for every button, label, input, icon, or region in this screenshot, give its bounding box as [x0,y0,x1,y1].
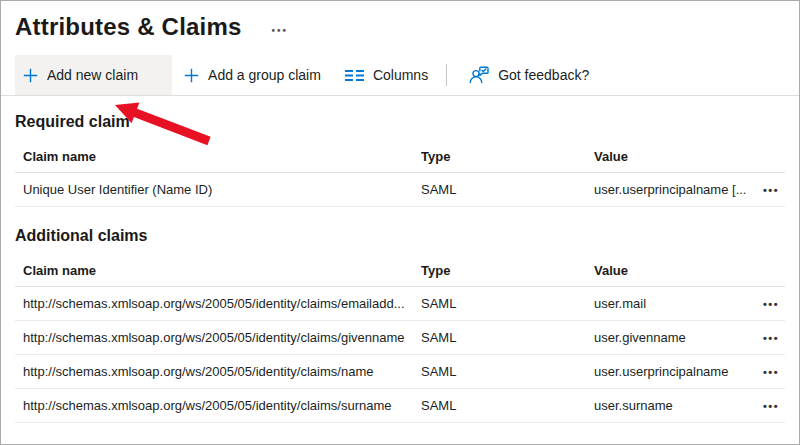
type-cell: SAML [421,296,594,311]
type-cell: SAML [421,398,594,413]
required-claims-table: Claim name Type Value Unique User Identi… [15,140,785,207]
col-claim-name: Claim name [15,149,421,164]
table-row[interactable]: http://schemas.xmlsoap.org/ws/2005/05/id… [15,389,785,423]
add-new-claim-label: Add new claim [47,67,138,83]
plus-icon [184,68,199,83]
required-claim-heading: Required claim [15,113,785,131]
additional-claims-table: Claim name Type Value http://schemas.xml… [15,254,785,423]
command-bar: Add new claim Add a group claim Columns [1,55,799,96]
table-header: Claim name Type Value [15,254,785,287]
value-cell: user.userprincipalname [594,364,747,379]
row-more-icon[interactable]: ••• [747,184,785,196]
claim-name-cell: http://schemas.xmlsoap.org/ws/2005/05/id… [15,398,421,413]
row-more-icon[interactable]: ••• [747,332,785,344]
got-feedback-button[interactable]: Got feedback? [457,55,601,95]
value-cell: user.mail [594,296,747,311]
add-group-claim-button[interactable]: Add a group claim [172,55,333,95]
value-cell: user.surname [594,398,747,413]
columns-button[interactable]: Columns [333,55,440,95]
type-cell: SAML [421,364,594,379]
col-type: Type [421,263,594,278]
value-cell: user.givenname [594,330,747,345]
add-group-claim-label: Add a group claim [208,67,321,83]
columns-label: Columns [373,67,428,83]
row-more-icon[interactable]: ••• [747,400,785,412]
attributes-claims-page: Attributes & Claims ••• Add new claim Ad… [0,0,800,445]
claim-name-cell: Unique User Identifier (Name ID) [15,182,421,197]
row-more-icon[interactable]: ••• [747,366,785,378]
claim-name-cell: http://schemas.xmlsoap.org/ws/2005/05/id… [15,364,421,379]
toolbar-divider [446,64,447,86]
row-more-icon[interactable]: ••• [747,298,785,310]
type-cell: SAML [421,330,594,345]
table-row[interactable]: http://schemas.xmlsoap.org/ws/2005/05/id… [15,287,785,321]
col-value: Value [594,263,747,278]
columns-icon [345,69,364,82]
page-title: Attributes & Claims [15,13,242,41]
value-cell: user.userprincipalname [... [594,182,747,197]
table-row[interactable]: Unique User Identifier (Name ID) SAML us… [15,173,785,207]
table-row[interactable]: http://schemas.xmlsoap.org/ws/2005/05/id… [15,321,785,355]
type-cell: SAML [421,182,594,197]
feedback-icon [469,66,489,84]
table-row[interactable]: http://schemas.xmlsoap.org/ws/2005/05/id… [15,355,785,389]
table-header: Claim name Type Value [15,140,785,173]
add-new-claim-button[interactable]: Add new claim [15,55,172,95]
page-context-menu-icon[interactable]: ••• [272,25,289,36]
got-feedback-label: Got feedback? [498,67,589,83]
col-claim-name: Claim name [15,263,421,278]
claims-content: Required claim Claim name Type Value Uni… [1,113,799,423]
col-value: Value [594,149,747,164]
plus-icon [23,68,38,83]
additional-claims-heading: Additional claims [15,227,785,245]
col-type: Type [421,149,594,164]
claim-name-cell: http://schemas.xmlsoap.org/ws/2005/05/id… [15,330,421,345]
page-header: Attributes & Claims ••• [1,1,799,41]
claim-name-cell: http://schemas.xmlsoap.org/ws/2005/05/id… [15,296,421,311]
